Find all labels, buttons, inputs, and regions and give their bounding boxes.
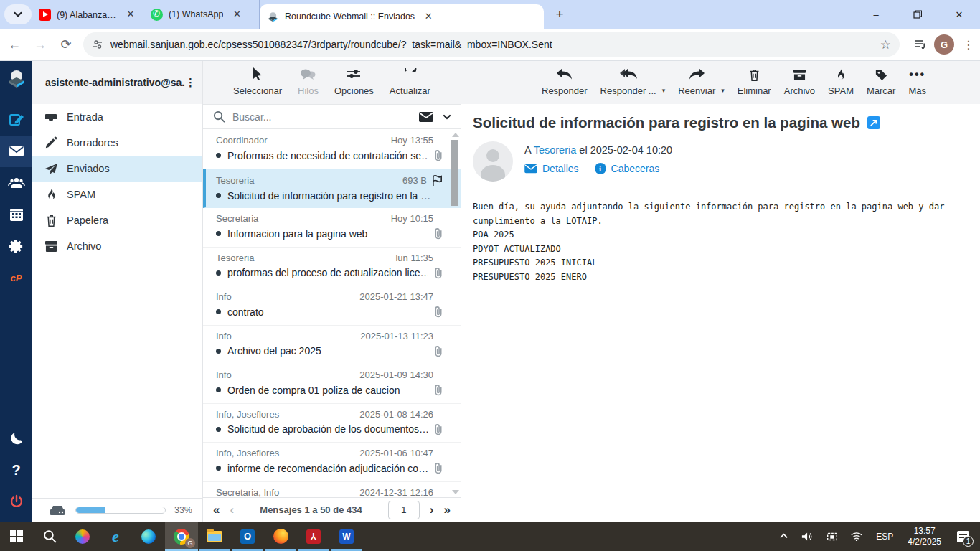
message-row[interactable]: Info2025-01-13 11:23 Archivo del pac 202… (203, 326, 461, 365)
unread-dot (216, 153, 221, 158)
tab-roundcube-active[interactable]: Roundcube Webmail :: Enviados ✕ (260, 4, 544, 29)
clock[interactable]: 13:57 4/2/2025 (902, 526, 947, 547)
cpanel-nav-button[interactable]: cP (0, 262, 32, 293)
compose-button[interactable] (0, 104, 32, 136)
more-button[interactable]: ••• Más (908, 67, 926, 96)
wifi-icon[interactable] (846, 522, 867, 551)
copilot-button[interactable] (66, 522, 99, 551)
mark-button[interactable]: Marcar (867, 67, 895, 96)
message-row[interactable]: Info, Joseflores2025-01-08 14:26 Solicit… (203, 404, 461, 443)
folder-options-button[interactable]: ⋮ (185, 81, 195, 84)
url-text[interactable]: webmail.sanjuan.gob.ec/cpsess5010882347/… (110, 39, 875, 50)
spam-button[interactable]: SPAM (828, 67, 854, 96)
restore-button[interactable] (897, 0, 938, 29)
page-number-input[interactable]: 1 (388, 501, 420, 519)
search-options-chevron[interactable] (442, 112, 452, 122)
edge-button[interactable] (132, 522, 165, 551)
headers-toggle[interactable]: i Cabeceras (595, 163, 660, 174)
sliders-icon (347, 67, 361, 83)
message-row[interactable]: Info, Joseflores2025-01-06 10:47 informe… (203, 443, 461, 482)
notification-center-button[interactable]: 1 (950, 522, 976, 551)
word-button[interactable]: W (330, 522, 363, 551)
cast-screen-icon[interactable] (821, 522, 843, 551)
tab-close-icon[interactable]: ✕ (422, 10, 435, 23)
options-button[interactable]: Opciones (334, 67, 374, 96)
tab-whatsapp[interactable]: (1) WhatsApp ✕ (143, 0, 260, 29)
contacts-nav-button[interactable] (0, 167, 32, 199)
delete-button[interactable]: Eliminar (738, 67, 771, 96)
tab-title: (1) WhatsApp (169, 9, 223, 19)
message-row-selected[interactable]: Tesoreria693 B Solicitud de información … (203, 169, 461, 209)
tab-close-icon[interactable]: ✕ (230, 8, 243, 21)
back-button[interactable]: ← (3, 33, 26, 56)
start-button[interactable] (0, 522, 33, 551)
close-window-button[interactable]: ✕ (938, 0, 980, 29)
reload-button[interactable]: ⟳ (55, 33, 77, 56)
bookmark-star-icon[interactable]: ☆ (880, 37, 891, 52)
message-row[interactable]: CoordinadorHoy 13:55 Proformas de necesi… (203, 130, 461, 169)
forward-dropdown[interactable]: ▾ (721, 87, 725, 94)
forward-button[interactable]: Reenviar (678, 67, 715, 96)
message-row[interactable]: Info2025-01-09 14:30 Orden de compra 01 … (203, 364, 461, 404)
help-button[interactable]: ? (0, 454, 32, 486)
prev-page-button[interactable]: ‹ (230, 503, 234, 517)
sidebar-item-borradores[interactable]: Borradores (32, 130, 202, 156)
internet-explorer-button[interactable]: e (99, 522, 132, 551)
scroll-thumb[interactable] (451, 140, 458, 206)
acrobat-button[interactable]: ⅄ (297, 522, 330, 551)
firefox-button[interactable] (264, 522, 297, 551)
sidebar-item-archivo[interactable]: Archivo (32, 233, 202, 259)
new-tab-button[interactable]: + (550, 4, 570, 24)
tab-youtube[interactable]: (9) Alabanzas Cristianas 2025 🙏 ✕ (32, 0, 143, 29)
site-settings-icon[interactable] (92, 39, 103, 50)
message-row[interactable]: Tesorerialun 11:35 proformas del proceso… (203, 248, 461, 287)
mail-nav-button[interactable] (0, 136, 32, 167)
next-page-button[interactable]: › (430, 503, 434, 517)
minimize-button[interactable]: – (855, 0, 897, 29)
archive-button[interactable]: Archivo (784, 67, 815, 96)
refresh-button[interactable]: Actualizar (390, 67, 430, 96)
recipient-link[interactable]: Tesoreria (534, 144, 577, 156)
address-bar[interactable]: webmail.sanjuan.gob.ec/cpsess5010882347/… (83, 32, 900, 57)
message-row[interactable]: Secretaria, Info2024-12-31 12:16 (203, 482, 461, 498)
search-scope-mail-icon[interactable] (419, 111, 433, 123)
first-page-button[interactable]: « (213, 503, 220, 517)
forward-button[interactable]: → (29, 33, 52, 56)
tab-close-icon[interactable]: ✕ (124, 8, 137, 21)
sidebar-item-papelera[interactable]: Papelera (32, 207, 202, 233)
dark-mode-button[interactable] (0, 423, 32, 454)
sidebar-item-entrada[interactable]: Entrada (32, 104, 202, 130)
taskbar-search-button[interactable] (33, 522, 66, 551)
settings-nav-button[interactable] (0, 230, 32, 262)
tab-list-button[interactable] (4, 4, 32, 24)
language-indicator[interactable]: ESP (870, 532, 899, 542)
list-scrollbar[interactable] (451, 131, 460, 496)
scroll-down-arrow[interactable] (452, 490, 459, 494)
reply-all-button[interactable]: Responder ... (600, 67, 656, 96)
details-toggle[interactable]: Detalles (524, 163, 579, 174)
media-controls-icon[interactable] (914, 38, 927, 51)
attachment-icon (433, 345, 443, 357)
external-link-icon[interactable] (867, 116, 880, 129)
select-button[interactable]: Seleccionar (233, 67, 282, 96)
scroll-up-arrow[interactable] (452, 133, 459, 137)
outlook-button[interactable]: O (231, 522, 264, 551)
browser-menu-button[interactable]: ⋮ (963, 43, 974, 47)
sidebar-item-enviados[interactable]: Enviados (32, 156, 202, 182)
reply-button[interactable]: Responder (542, 67, 588, 96)
reply-all-dropdown[interactable]: ▾ (662, 87, 666, 94)
logout-button[interactable] (0, 486, 32, 517)
last-page-button[interactable]: » (444, 503, 451, 517)
calendar-nav-button[interactable] (0, 199, 32, 230)
sidebar-item-spam[interactable]: SPAM (32, 182, 202, 207)
search-input[interactable] (232, 111, 419, 123)
acrobat-icon: ⅄ (306, 529, 321, 544)
threads-button[interactable]: Hilos (298, 67, 319, 96)
file-explorer-button[interactable] (198, 522, 231, 551)
message-row[interactable]: Info2025-01-21 13:47 contrato (203, 286, 461, 326)
chrome-button[interactable]: G (165, 522, 198, 551)
profile-avatar[interactable]: G (934, 34, 954, 55)
volume-icon[interactable] (797, 522, 819, 551)
message-row[interactable]: SecretariaHoy 10:15 Informacion para la … (203, 208, 461, 248)
tray-chevron-up[interactable] (773, 522, 794, 551)
